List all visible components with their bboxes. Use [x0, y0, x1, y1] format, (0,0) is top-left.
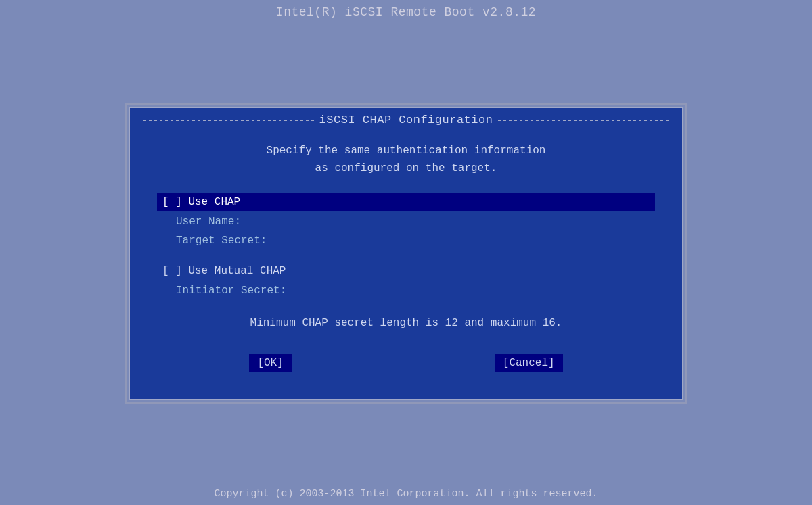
target-secret-label[interactable]: Target Secret: — [157, 233, 655, 249]
app-title: Intel(R) iSCSI Remote Boot v2.8.12 — [276, 5, 536, 19]
button-row: [OK] [Cancel] — [157, 354, 655, 372]
title-line-left — [143, 120, 314, 121]
cancel-button[interactable]: [Cancel] — [495, 354, 563, 372]
dialog-content: Specify the same authentication informat… — [130, 132, 682, 399]
description-line2: as configured on the target. — [157, 160, 655, 178]
use-chap-item[interactable]: [ ] Use CHAP — [157, 193, 655, 211]
dialog-title: iSCSI CHAP Configuration — [319, 114, 493, 126]
use-mutual-chap-item[interactable]: [ ] Use Mutual CHAP — [157, 262, 655, 280]
footer-bar: Copyright (c) 2003-2013 Intel Corporatio… — [0, 483, 812, 505]
dialog-outer-border: iSCSI CHAP Configuration Specify the sam… — [125, 103, 687, 404]
user-name-label[interactable]: User Name: — [157, 214, 655, 230]
description-line1: Specify the same authentication informat… — [157, 143, 655, 160]
dialog-title-bar: iSCSI CHAP Configuration — [130, 108, 682, 132]
main-area: iSCSI CHAP Configuration Specify the sam… — [0, 24, 812, 483]
title-bar: Intel(R) iSCSI Remote Boot v2.8.12 — [0, 0, 812, 24]
description: Specify the same authentication informat… — [157, 143, 655, 177]
section-gap — [157, 251, 655, 262]
initiator-secret-label[interactable]: Initiator Secret: — [157, 283, 655, 299]
title-line-right — [498, 120, 669, 121]
dialog-box: iSCSI CHAP Configuration Specify the sam… — [129, 107, 683, 400]
ok-button[interactable]: [OK] — [249, 354, 291, 372]
info-text: Minimum CHAP secret length is 12 and max… — [157, 315, 655, 333]
copyright-text: Copyright (c) 2003-2013 Intel Corporatio… — [214, 488, 597, 500]
